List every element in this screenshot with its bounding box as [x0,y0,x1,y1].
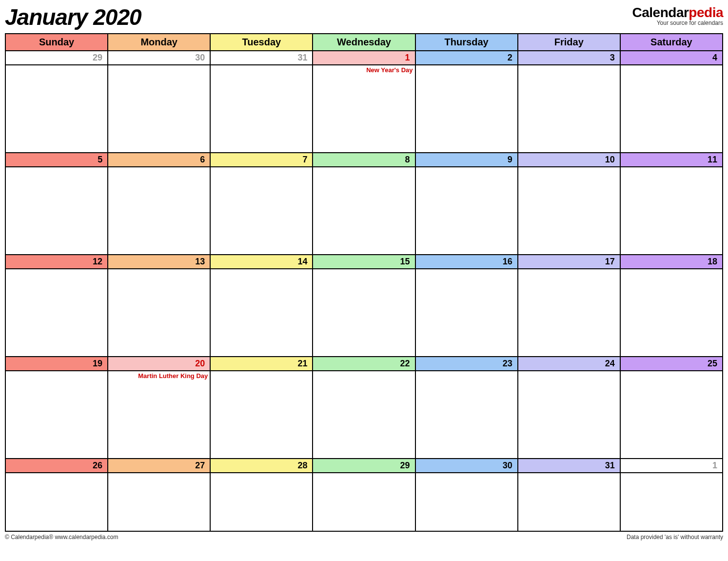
date-4-5: 31 [518,459,620,473]
date-2-0: 12 [5,255,108,269]
daycell-2-4 [415,269,518,357]
daycell-4-1 [108,473,210,531]
date-0-1: 30 [108,51,210,65]
dayhead-friday: Friday [518,34,620,51]
daycell-2-5 [518,269,620,357]
date-0-2: 31 [210,51,313,65]
date-4-6: 1 [620,459,723,473]
daycell-4-0 [5,473,108,531]
date-1-3: 8 [313,153,415,167]
daycell-0-6 [620,65,723,153]
date-1-5: 10 [518,153,620,167]
daycell-1-4 [415,167,518,255]
daycell-2-1 [108,269,210,357]
calendar-grid: SundayMondayTuesdayWednesdayThursdayFrid… [5,33,723,532]
daycell-1-3 [313,167,415,255]
date-4-3: 29 [313,459,415,473]
daycell-4-4 [415,473,518,531]
date-2-6: 18 [620,255,723,269]
date-1-6: 11 [620,153,723,167]
date-1-1: 6 [108,153,210,167]
daycell-2-2 [210,269,313,357]
page-title: January 2020 [5,4,141,30]
daycell-3-4 [415,371,518,459]
daycell-4-6 [620,473,723,531]
dayhead-sunday: Sunday [5,34,108,51]
daycell-4-2 [210,473,313,531]
date-3-4: 23 [415,357,518,371]
logo-part1: Calendar [632,5,689,20]
brand-logo: Calendarpedia Your source for calendars [632,5,723,26]
daycell-1-2 [210,167,313,255]
date-0-6: 4 [620,51,723,65]
daycell-3-0 [5,371,108,459]
date-3-1: 20 [108,357,210,371]
dayhead-tuesday: Tuesday [210,34,313,51]
daycell-1-1 [108,167,210,255]
date-4-4: 30 [415,459,518,473]
date-3-2: 21 [210,357,313,371]
footer-left: © Calendarpedia® www.calendarpedia.com [5,534,118,541]
daycell-4-3 [313,473,415,531]
daycell-0-5 [518,65,620,153]
daycell-0-1 [108,65,210,153]
event-label: Martin Luther King Day [110,372,208,380]
daycell-3-1: Martin Luther King Day [108,371,210,459]
daycell-1-5 [518,167,620,255]
footer-right: Data provided 'as is' without warranty [627,534,723,541]
date-0-5: 3 [518,51,620,65]
event-label: New Year's Day [315,66,413,74]
daycell-0-0 [5,65,108,153]
date-4-2: 28 [210,459,313,473]
date-0-4: 2 [415,51,518,65]
daycell-1-6 [620,167,723,255]
dayhead-saturday: Saturday [620,34,723,51]
date-3-0: 19 [5,357,108,371]
daycell-2-3 [313,269,415,357]
daycell-3-2 [210,371,313,459]
daycell-3-5 [518,371,620,459]
daycell-3-6 [620,371,723,459]
dayhead-wednesday: Wednesday [313,34,415,51]
dayhead-thursday: Thursday [415,34,518,51]
date-4-1: 27 [108,459,210,473]
date-2-2: 14 [210,255,313,269]
date-2-3: 15 [313,255,415,269]
logo-part2: pedia [689,5,723,20]
daycell-3-3 [313,371,415,459]
dayhead-monday: Monday [108,34,210,51]
date-0-0: 29 [5,51,108,65]
daycell-4-5 [518,473,620,531]
daycell-2-0 [5,269,108,357]
date-3-6: 25 [620,357,723,371]
date-2-1: 13 [108,255,210,269]
date-4-0: 26 [5,459,108,473]
date-3-5: 24 [518,357,620,371]
daycell-0-2 [210,65,313,153]
daycell-0-3: New Year's Day [313,65,415,153]
daycell-1-0 [5,167,108,255]
date-2-5: 17 [518,255,620,269]
date-2-4: 16 [415,255,518,269]
date-1-2: 7 [210,153,313,167]
date-1-0: 5 [5,153,108,167]
logo-tagline: Your source for calendars [632,20,723,26]
daycell-0-4 [415,65,518,153]
date-3-3: 22 [313,357,415,371]
daycell-2-6 [620,269,723,357]
date-0-3: 1 [313,51,415,65]
date-1-4: 9 [415,153,518,167]
